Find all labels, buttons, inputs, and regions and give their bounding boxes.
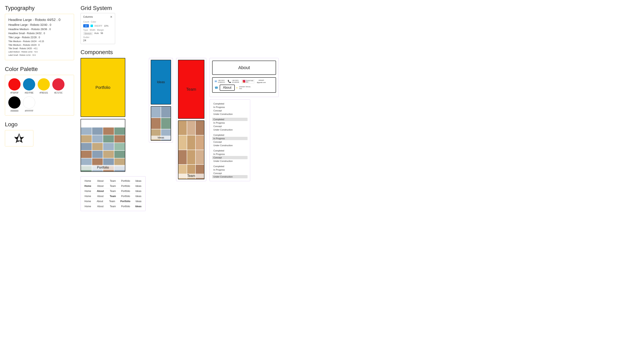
email-icon: ✉ — [214, 80, 217, 83]
status-concept[interactable]: Concept — [212, 172, 248, 175]
typo-item: Title Small - Roboto 14/20 · +0.1 — [8, 47, 70, 50]
grid-count-value[interactable]: 12 — [83, 24, 89, 27]
status-completed[interactable]: Completed — [212, 102, 248, 105]
nav-portfolio[interactable]: Portfolio — [120, 200, 130, 203]
nav-team[interactable]: Team — [108, 200, 116, 203]
nav-home[interactable]: Home — [84, 200, 92, 203]
nav-ideas[interactable]: Ideas — [134, 195, 143, 198]
team-photo-cell — [187, 121, 196, 135]
nav-portfolio[interactable]: Portfolio — [121, 180, 130, 182]
nav-about[interactable]: About — [96, 200, 104, 203]
nav-team[interactable]: Team — [108, 180, 117, 182]
ideas-card-blue: Ideas — [151, 60, 171, 104]
nav-portfolio[interactable]: Portfolio — [121, 190, 130, 193]
nav-ideas[interactable]: Ideas — [134, 190, 143, 193]
nav-home[interactable]: Home — [84, 195, 92, 198]
portfolio-label1: Portfolio — [96, 85, 110, 90]
phone-text2: 22148196 — [232, 81, 239, 83]
status-underconstruction[interactable]: Under Construction — [212, 144, 248, 147]
nav-team[interactable]: Team — [108, 195, 117, 198]
team-card-photos: Team — [178, 120, 204, 179]
ideas-label1: Ideas — [157, 80, 165, 84]
nav-home[interactable]: Home — [84, 190, 92, 193]
photo-cell — [81, 158, 92, 166]
status-completed[interactable]: Completed — [212, 133, 248, 137]
typo-item: Headline Large - Roboto 44/52 . 0 — [8, 17, 70, 22]
status-completed-active[interactable]: Completed — [212, 118, 248, 121]
nav-about[interactable]: About — [96, 205, 105, 208]
status-group-4: Completed In Progress Concept Under Cons… — [212, 149, 248, 163]
photo-cell — [114, 143, 125, 150]
components-section: Components Portfolio — [80, 49, 279, 211]
photo-cell — [92, 143, 103, 150]
grid-margin-label: Margin — [97, 29, 104, 31]
status-concept[interactable]: Concept — [212, 125, 248, 128]
color-item-white: #FFFFFF — [23, 96, 35, 112]
grid-columns-label: Columns — [83, 15, 93, 18]
ideas-photo-cell — [161, 106, 171, 117]
nav-team[interactable]: Team — [108, 190, 117, 193]
photo-cell — [103, 158, 114, 166]
nav-ideas[interactable]: Ideas — [134, 205, 143, 208]
grid-width-value: Auto — [94, 32, 99, 35]
status-underconstruction-active[interactable]: Under Construction — [212, 175, 248, 178]
team-card-red: Team — [178, 60, 204, 119]
nav-portfolio[interactable]: Portfolio — [121, 185, 130, 187]
nav-ideas[interactable]: Ideas — [134, 180, 143, 182]
contact-phone1: 📞 +98 0321 22148196 — [228, 79, 239, 83]
nav-team[interactable]: Team — [108, 205, 117, 208]
status-group-5: Completed In Progress Concept Under Cons… — [212, 165, 248, 178]
about-label1: About — [238, 65, 250, 70]
status-inprogress[interactable]: In Progress — [212, 152, 248, 156]
nav-about[interactable]: About — [96, 180, 105, 182]
nav-home[interactable]: Home — [84, 185, 92, 187]
typography-section: Typography Headline Large - Roboto 44/52… — [5, 5, 74, 60]
about-contact-card: ✉ +98 0321 22382411 📞 +98 0321 — [212, 77, 276, 93]
team-label1: Team — [186, 87, 196, 92]
color-item-blue: #0D7FBE — [23, 78, 35, 94]
nav-row-4: Home About Team Portfolio Ideas — [84, 194, 142, 199]
status-concept-active[interactable]: Concept — [212, 156, 248, 159]
color-swatch-black — [8, 96, 20, 109]
nav-home[interactable]: Home — [84, 180, 92, 182]
about-label2-card: About — [220, 85, 235, 91]
nav-row-5: Home About Team Portfolio Ideas — [84, 199, 142, 204]
status-inprogress[interactable]: In Progress — [212, 168, 248, 171]
status-underconstruction[interactable]: Under Construction — [212, 128, 248, 131]
status-inprogress[interactable]: In Progress — [212, 105, 248, 109]
photo-cell — [81, 135, 92, 143]
grid-type-value[interactable]: Stretch — [83, 32, 93, 35]
typo-item: Title Medium - Roboto 16/24 · +0.15 — [8, 39, 70, 43]
nav-about[interactable]: About — [96, 195, 105, 198]
status-concept[interactable]: Concept — [212, 109, 248, 112]
social-text: Social InstaAre... — [246, 80, 253, 83]
logo-box: ✦ — [5, 130, 33, 146]
nav-about[interactable]: About — [96, 185, 105, 187]
status-completed[interactable]: Completed — [212, 165, 248, 168]
grid-close-button[interactable]: ✕ — [110, 15, 112, 18]
photo-cell — [81, 151, 92, 158]
team-photo-cell — [178, 135, 187, 150]
status-concept[interactable]: Concept — [212, 140, 248, 144]
color-label-yellow: #FBD101 — [40, 92, 48, 94]
nav-team[interactable]: Team — [108, 185, 117, 187]
status-completed[interactable]: Completed — [212, 149, 248, 152]
nav-portfolio[interactable]: Portfolio — [121, 205, 130, 208]
nav-ideas[interactable]: Ideas — [134, 200, 142, 203]
team-photo-cell — [187, 150, 196, 164]
status-underconstruction[interactable]: Under Construction — [212, 159, 248, 163]
status-underconstruction[interactable]: Under Construction — [212, 112, 248, 116]
typo-item: Label Small - Roboto 11/16 · +0.5 — [8, 53, 70, 57]
status-inprogress-active[interactable]: In Progress — [212, 137, 248, 140]
nav-row-3: Home About Team Portfolio Ideas — [84, 189, 142, 194]
color-label-blue: #0D7FBE — [24, 92, 33, 94]
photo-cell — [81, 127, 92, 135]
status-inprogress[interactable]: In Progress — [212, 121, 248, 124]
nav-portfolio[interactable]: Portfolio — [121, 195, 130, 198]
components-title: Components — [80, 49, 279, 55]
team-label2: Team — [178, 174, 204, 178]
nav-about[interactable]: About — [96, 190, 105, 193]
photo-cell — [103, 151, 114, 158]
nav-home[interactable]: Home — [84, 205, 92, 208]
nav-ideas[interactable]: Ideas — [134, 185, 143, 187]
